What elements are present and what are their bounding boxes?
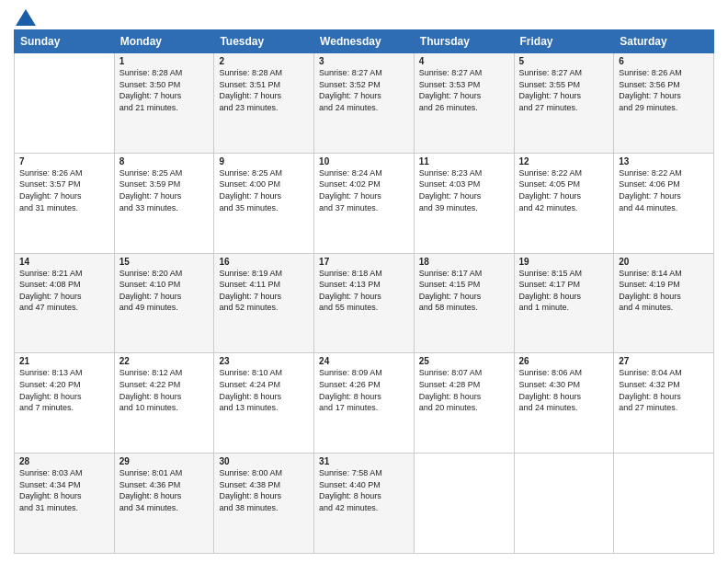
day-number: 9: [219, 156, 309, 167]
cell-content: Sunrise: 8:09 AMSunset: 4:26 PMDaylight:…: [319, 367, 409, 413]
calendar-cell: 17Sunrise: 8:18 AMSunset: 4:13 PMDayligh…: [314, 253, 415, 353]
calendar-cell: 6Sunrise: 8:26 AMSunset: 3:56 PMDaylight…: [614, 53, 714, 154]
column-header-sunday: Sunday: [15, 30, 115, 53]
day-number: 5: [519, 56, 609, 66]
day-number: 30: [219, 456, 309, 466]
cell-content: Sunrise: 8:00 AMSunset: 4:38 PMDaylight:…: [219, 467, 309, 513]
day-number: 3: [319, 56, 409, 66]
calendar-cell: 7Sunrise: 8:26 AMSunset: 3:57 PMDaylight…: [15, 153, 115, 253]
calendar-cell: 9Sunrise: 8:25 AMSunset: 4:00 PMDaylight…: [214, 153, 314, 253]
calendar-cell: [514, 454, 614, 554]
cell-content: Sunrise: 8:23 AMSunset: 4:03 PMDaylight:…: [419, 167, 509, 213]
cell-content: Sunrise: 8:26 AMSunset: 3:57 PMDaylight:…: [19, 167, 109, 213]
week-row-1: 1Sunrise: 8:28 AMSunset: 3:50 PMDaylight…: [15, 53, 714, 154]
calendar-cell: [15, 53, 115, 154]
calendar-cell: 27Sunrise: 8:04 AMSunset: 4:32 PMDayligh…: [614, 353, 714, 454]
day-number: 10: [319, 156, 409, 167]
week-row-2: 7Sunrise: 8:26 AMSunset: 3:57 PMDaylight…: [15, 153, 714, 253]
column-header-tuesday: Tuesday: [214, 30, 314, 53]
calendar-cell: 24Sunrise: 8:09 AMSunset: 4:26 PMDayligh…: [314, 353, 415, 454]
calendar-cell: 11Sunrise: 8:23 AMSunset: 4:03 PMDayligh…: [414, 153, 514, 253]
calendar-cell: 20Sunrise: 8:14 AMSunset: 4:19 PMDayligh…: [614, 253, 714, 353]
day-number: 17: [319, 257, 409, 267]
header: [14, 9, 714, 24]
cell-content: Sunrise: 8:28 AMSunset: 3:50 PMDaylight:…: [119, 67, 210, 113]
day-number: 7: [19, 156, 109, 167]
cell-content: Sunrise: 8:14 AMSunset: 4:19 PMDaylight:…: [619, 268, 709, 314]
calendar-cell: 13Sunrise: 8:22 AMSunset: 4:06 PMDayligh…: [614, 153, 714, 253]
calendar-cell: 16Sunrise: 8:19 AMSunset: 4:11 PMDayligh…: [214, 253, 314, 353]
day-number: 20: [619, 257, 709, 267]
calendar-cell: 29Sunrise: 8:01 AMSunset: 4:36 PMDayligh…: [114, 454, 214, 554]
week-row-4: 21Sunrise: 8:13 AMSunset: 4:20 PMDayligh…: [15, 353, 714, 454]
day-number: 6: [619, 56, 709, 66]
day-number: 25: [419, 356, 509, 366]
calendar-table: SundayMondayTuesdayWednesdayThursdayFrid…: [14, 29, 714, 554]
day-number: 28: [19, 456, 109, 466]
calendar-cell: 4Sunrise: 8:27 AMSunset: 3:53 PMDaylight…: [414, 53, 514, 154]
column-header-saturday: Saturday: [614, 30, 714, 53]
cell-content: Sunrise: 8:22 AMSunset: 4:06 PMDaylight:…: [619, 167, 709, 213]
cell-content: Sunrise: 8:18 AMSunset: 4:13 PMDaylight:…: [319, 268, 409, 314]
cell-content: Sunrise: 8:28 AMSunset: 3:51 PMDaylight:…: [219, 67, 309, 113]
calendar-cell: [614, 454, 714, 554]
cell-content: Sunrise: 8:21 AMSunset: 4:08 PMDaylight:…: [19, 268, 109, 314]
day-number: 22: [119, 356, 210, 366]
calendar-cell: 21Sunrise: 8:13 AMSunset: 4:20 PMDayligh…: [15, 353, 115, 454]
calendar-cell: 18Sunrise: 8:17 AMSunset: 4:15 PMDayligh…: [414, 253, 514, 353]
page: SundayMondayTuesdayWednesdayThursdayFrid…: [0, 0, 728, 563]
column-header-monday: Monday: [114, 30, 214, 53]
logo: [14, 9, 36, 24]
cell-content: Sunrise: 8:27 AMSunset: 3:53 PMDaylight:…: [419, 67, 509, 113]
calendar-cell: 30Sunrise: 8:00 AMSunset: 4:38 PMDayligh…: [214, 454, 314, 554]
cell-content: Sunrise: 8:20 AMSunset: 4:10 PMDaylight:…: [119, 268, 210, 314]
cell-content: Sunrise: 8:15 AMSunset: 4:17 PMDaylight:…: [519, 268, 609, 314]
logo-icon: [16, 9, 36, 26]
day-number: 21: [19, 356, 109, 366]
calendar-cell: 23Sunrise: 8:10 AMSunset: 4:24 PMDayligh…: [214, 353, 314, 454]
day-number: 12: [519, 156, 609, 167]
svg-marker-0: [16, 9, 36, 26]
cell-content: Sunrise: 8:25 AMSunset: 3:59 PMDaylight:…: [119, 167, 210, 213]
day-number: 16: [219, 257, 309, 267]
calendar-cell: 12Sunrise: 8:22 AMSunset: 4:05 PMDayligh…: [514, 153, 614, 253]
cell-content: Sunrise: 7:58 AMSunset: 4:40 PMDaylight:…: [319, 467, 409, 513]
calendar-cell: 8Sunrise: 8:25 AMSunset: 3:59 PMDaylight…: [114, 153, 214, 253]
calendar-cell: 31Sunrise: 7:58 AMSunset: 4:40 PMDayligh…: [314, 454, 415, 554]
day-number: 27: [619, 356, 709, 366]
day-number: 14: [19, 257, 109, 267]
calendar-cell: 3Sunrise: 8:27 AMSunset: 3:52 PMDaylight…: [314, 53, 415, 154]
calendar-cell: 5Sunrise: 8:27 AMSunset: 3:55 PMDaylight…: [514, 53, 614, 154]
day-number: 26: [519, 356, 609, 366]
cell-content: Sunrise: 8:24 AMSunset: 4:02 PMDaylight:…: [319, 167, 409, 213]
cell-content: Sunrise: 8:26 AMSunset: 3:56 PMDaylight:…: [619, 67, 709, 113]
week-row-5: 28Sunrise: 8:03 AMSunset: 4:34 PMDayligh…: [15, 454, 714, 554]
calendar-cell: 14Sunrise: 8:21 AMSunset: 4:08 PMDayligh…: [15, 253, 115, 353]
day-number: 1: [119, 56, 210, 66]
cell-content: Sunrise: 8:27 AMSunset: 3:55 PMDaylight:…: [519, 67, 609, 113]
cell-content: Sunrise: 8:25 AMSunset: 4:00 PMDaylight:…: [219, 167, 309, 213]
cell-content: Sunrise: 8:06 AMSunset: 4:30 PMDaylight:…: [519, 367, 609, 413]
cell-content: Sunrise: 8:03 AMSunset: 4:34 PMDaylight:…: [19, 467, 109, 513]
cell-content: Sunrise: 8:10 AMSunset: 4:24 PMDaylight:…: [219, 367, 309, 413]
calendar-cell: 25Sunrise: 8:07 AMSunset: 4:28 PMDayligh…: [414, 353, 514, 454]
cell-content: Sunrise: 8:17 AMSunset: 4:15 PMDaylight:…: [419, 268, 509, 314]
cell-content: Sunrise: 8:27 AMSunset: 3:52 PMDaylight:…: [319, 67, 409, 113]
calendar-cell: 26Sunrise: 8:06 AMSunset: 4:30 PMDayligh…: [514, 353, 614, 454]
cell-content: Sunrise: 8:19 AMSunset: 4:11 PMDaylight:…: [219, 268, 309, 314]
day-number: 31: [319, 456, 409, 466]
day-number: 19: [519, 257, 609, 267]
calendar-cell: [414, 454, 514, 554]
column-header-thursday: Thursday: [414, 30, 514, 53]
column-header-wednesday: Wednesday: [314, 30, 415, 53]
calendar-cell: 2Sunrise: 8:28 AMSunset: 3:51 PMDaylight…: [214, 53, 314, 154]
day-number: 13: [619, 156, 709, 167]
day-number: 11: [419, 156, 509, 167]
cell-content: Sunrise: 8:04 AMSunset: 4:32 PMDaylight:…: [619, 367, 709, 413]
cell-content: Sunrise: 8:12 AMSunset: 4:22 PMDaylight:…: [119, 367, 210, 413]
day-number: 4: [419, 56, 509, 66]
cell-content: Sunrise: 8:22 AMSunset: 4:05 PMDaylight:…: [519, 167, 609, 213]
day-number: 2: [219, 56, 309, 66]
day-number: 29: [119, 456, 210, 466]
calendar-cell: 15Sunrise: 8:20 AMSunset: 4:10 PMDayligh…: [114, 253, 214, 353]
